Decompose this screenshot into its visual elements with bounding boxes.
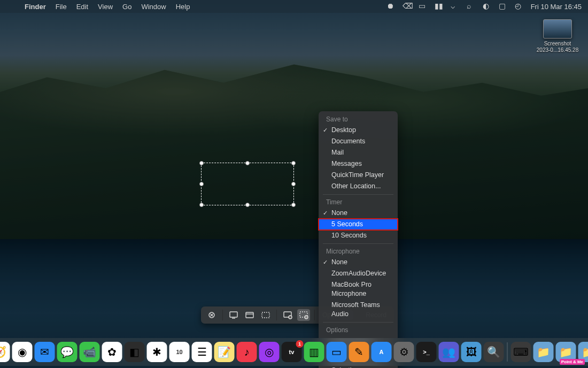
check-icon: ✓ [323,126,328,135]
capture-screen-icon[interactable] [227,309,240,321]
dock-app-settings[interactable]: ⚙ [394,342,414,362]
dock-app-appstore[interactable]: A [372,342,392,362]
menu-item[interactable]: Mail [319,147,398,158]
resize-handle[interactable] [199,161,204,165]
options-menu: Save to✓DesktopDocumentsMailMessagesQuic… [319,111,398,368]
screenmirror-icon[interactable]: ▢ [499,2,507,11]
menu-item[interactable]: Other Location... [319,181,398,192]
dock-app-messages[interactable]: 💬 [57,342,78,362]
menu-section-header: Options [319,325,398,335]
dock-app-folder1[interactable]: 📁 [533,342,554,362]
capture-selection-icon[interactable] [259,309,272,321]
resize-handle[interactable] [291,182,296,186]
menu-item-label: None [331,258,347,266]
resize-handle[interactable] [199,182,204,186]
dock-app-reminders[interactable]: ☰ [192,342,212,362]
dock-app-calendar[interactable]: 10 [169,342,190,362]
resize-handle[interactable] [291,161,296,165]
dock-app-mail[interactable]: ✉ [35,342,55,362]
record-selection-icon[interactable] [297,309,310,321]
resize-handle[interactable] [199,203,204,207]
close-icon[interactable] [205,309,218,321]
menu-item[interactable]: Microsoft Teams Audio [319,300,398,320]
apple-menu-icon[interactable] [6,2,15,11]
dock-app-appletv[interactable]: tv1 [282,342,302,362]
menu-item[interactable]: QuickTime Player [319,170,398,181]
menu-item-label: Desktop [331,126,356,134]
siri-icon[interactable]: ◐ [483,2,491,11]
svg-rect-2 [246,312,253,318]
check-icon: ✓ [323,209,328,218]
menubar-item-window[interactable]: Window [141,3,166,11]
menu-section-header: Timer [319,197,398,208]
search-icon[interactable]: ⌕ [467,2,475,11]
menu-item-label: ZoomAudioDevice [331,270,386,277]
menu-item[interactable]: 5 Seconds [319,219,398,230]
capture-window-icon[interactable] [243,309,256,321]
dock-app-teams[interactable]: 👥 [439,342,459,362]
dock-app-preview[interactable]: 🖼 [461,342,482,362]
dock-app-chrome[interactable]: ◉ [12,342,33,362]
menubar: Finder File Edit View Go Window Help ⏺ ⌫… [0,0,588,13]
menubar-item-file[interactable]: File [56,3,67,11]
svg-rect-3 [262,312,269,318]
svg-point-5 [289,316,292,319]
dock-app-facetime[interactable]: 📹 [80,342,100,362]
menu-section-header: Save to [319,114,398,125]
menu-item-label: Microsoft Teams Audio [331,301,380,318]
dock-separator [507,342,508,362]
dock-app-keynote[interactable]: ▭ [327,342,347,362]
dock-app-terminal[interactable]: >_ [416,342,437,362]
watermark-badge: Point & Me [560,359,585,365]
menu-item-label: Documents [331,137,365,145]
dock-app-photos[interactable]: ✿ [102,342,122,362]
dock-app-magnifier[interactable]: 🔍 [484,342,504,362]
bluetooth-off-icon[interactable]: ⌫ [403,2,411,11]
dock-app-podcasts[interactable]: ◎ [259,342,280,362]
wifi-icon[interactable]: ⌵ [451,2,459,11]
capture-selection-rect[interactable] [201,163,294,205]
menu-item[interactable]: 10 Seconds [319,230,398,241]
menu-item-label: MacBook Pro Microphone [331,281,372,297]
menubar-datetime[interactable]: Fri 10 Mar 16:45 [531,3,582,11]
dock-app-keyboard[interactable]: ⌨ [511,342,531,362]
menubar-item-view[interactable]: View [98,3,113,11]
menu-item-label: QuickTime Player [331,171,384,179]
dock-app-pages[interactable]: ✎ [349,342,369,362]
dock-app-figma[interactable]: ◧ [125,342,145,362]
menubar-item-edit[interactable]: Edit [76,3,88,11]
menu-item[interactable]: Documents [319,136,398,147]
resize-handle[interactable] [291,203,296,207]
resize-handle[interactable] [245,161,250,165]
battery-icon[interactable]: ▮▮ [435,2,443,11]
screenshot-thumbnail-label: Screenshot2023-0...16.45.28 [536,41,579,53]
record-screen-icon[interactable] [281,309,294,321]
dock-app-music[interactable]: ♪ [237,342,257,362]
screenshot-thumbnail[interactable] [543,19,572,39]
menu-item-label: 5 Seconds [331,220,363,228]
menu-item[interactable]: ZoomAudioDevice [319,268,398,279]
dock-app-notes[interactable]: 📝 [214,342,235,362]
menu-item-label: Other Location... [331,182,381,190]
desktop-icon[interactable]: ▭ [419,2,427,11]
dock-app-numbers[interactable]: ▥ [304,342,324,362]
menu-item[interactable]: ✓None [319,257,398,268]
menu-section-header: Microphone [319,246,398,257]
dock-app-slack[interactable]: ✱ [147,342,167,362]
menubar-app-name[interactable]: Finder [25,3,46,11]
svg-point-7 [305,316,308,319]
controlcenter-icon[interactable]: ◴ [515,2,523,11]
menu-item[interactable]: ✓Desktop [319,125,398,136]
menubar-item-go[interactable]: Go [122,3,131,11]
resize-handle[interactable] [245,203,250,207]
camera-icon[interactable]: ⏺ [386,2,395,11]
svg-rect-1 [230,312,237,317]
check-icon: ✓ [323,258,328,267]
menu-item-label: Mail [331,149,344,156]
menu-item[interactable]: ✓None [319,208,398,219]
dock-app-safari[interactable]: 🧭 [0,342,10,362]
menu-item-label: None [331,209,347,217]
menu-item[interactable]: Messages [319,158,398,170]
menubar-item-help[interactable]: Help [176,3,190,11]
menu-item[interactable]: MacBook Pro Microphone [319,279,398,300]
